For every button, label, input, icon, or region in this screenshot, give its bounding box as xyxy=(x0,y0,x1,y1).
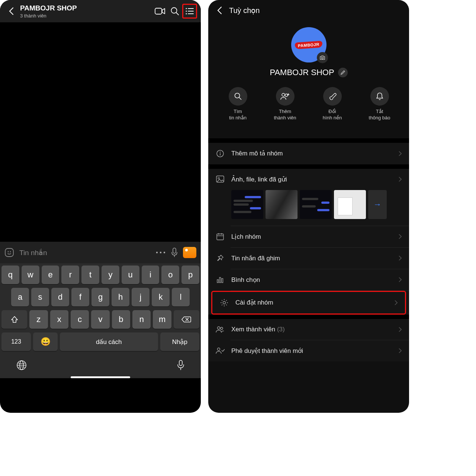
key-z[interactable]: z xyxy=(29,310,48,329)
media-thumb[interactable] xyxy=(300,190,332,219)
item-approve-members[interactable]: Phê duyệt thành viên mới xyxy=(208,340,409,361)
action-mute[interactable]: Tắtthông báo xyxy=(359,87,400,121)
dictation-button[interactable] xyxy=(177,360,184,370)
action-change-background[interactable]: Đổihình nền xyxy=(312,87,353,121)
key-k[interactable]: k xyxy=(152,288,170,306)
key-h[interactable]: h xyxy=(112,288,129,306)
chat-title-block[interactable]: PAMBOJR SHOP 3 thành viên xyxy=(19,4,152,19)
camera-icon xyxy=(319,55,325,60)
key-emoji[interactable]: 😀 xyxy=(33,332,58,351)
gallery-button[interactable] xyxy=(183,247,196,258)
chevron-right-icon xyxy=(399,234,402,239)
svg-rect-0 xyxy=(155,8,162,14)
svg-point-7 xyxy=(186,13,187,14)
item-view-members[interactable]: Xem thành viên (3) xyxy=(208,319,409,340)
item-add-description[interactable]: Thêm mô tả nhóm xyxy=(208,143,409,164)
pencil-icon xyxy=(340,70,345,75)
media-see-all-button[interactable]: → xyxy=(368,190,387,219)
group-avatar[interactable]: PAMBOJR xyxy=(291,27,327,62)
search-icon xyxy=(170,7,179,16)
key-f[interactable]: f xyxy=(71,288,89,306)
key-g[interactable]: g xyxy=(91,288,109,306)
svg-point-5 xyxy=(186,10,187,12)
key-c[interactable]: c xyxy=(71,310,89,329)
action-search-messages[interactable]: Tìmtin nhắn xyxy=(218,87,258,121)
chevron-right-icon xyxy=(399,348,402,353)
key-o[interactable]: o xyxy=(161,266,179,284)
options-title: Tuỳ chọn xyxy=(229,6,260,15)
svg-point-43 xyxy=(223,301,226,304)
edit-name-button[interactable] xyxy=(338,68,348,77)
key-shift[interactable] xyxy=(1,310,27,329)
back-button[interactable] xyxy=(4,4,19,19)
key-j[interactable]: j xyxy=(132,288,149,306)
key-y[interactable]: y xyxy=(102,266,119,284)
key-v[interactable]: v xyxy=(91,310,109,329)
key-backspace[interactable] xyxy=(174,310,199,329)
action-add-member[interactable]: Thêmthành viên xyxy=(265,87,306,121)
key-s[interactable]: s xyxy=(31,288,49,306)
chevron-left-icon xyxy=(9,7,14,15)
search-button[interactable] xyxy=(167,4,182,19)
gear-icon xyxy=(220,299,228,307)
svg-point-11 xyxy=(10,251,11,253)
svg-point-13 xyxy=(160,252,161,253)
svg-rect-41 xyxy=(219,277,221,283)
item-media[interactable]: Ảnh, file, link đã gửi xyxy=(208,169,409,190)
pin-icon xyxy=(216,254,224,262)
key-l[interactable]: l xyxy=(172,288,190,306)
video-call-button[interactable] xyxy=(152,4,167,19)
chat-screen: PAMBOJR SHOP 3 thành viên Tin nhắn xyxy=(0,0,201,413)
svg-rect-40 xyxy=(217,280,219,283)
svg-point-32 xyxy=(220,152,221,152)
key-b[interactable]: b xyxy=(112,310,130,329)
media-thumb[interactable] xyxy=(334,190,366,219)
key-w[interactable]: w xyxy=(22,266,39,284)
key-x[interactable]: x xyxy=(50,310,68,329)
change-avatar-button[interactable] xyxy=(317,52,328,63)
key-q[interactable]: q xyxy=(1,266,19,284)
svg-point-12 xyxy=(156,252,158,253)
svg-point-14 xyxy=(164,252,165,253)
sticker-icon xyxy=(4,248,14,257)
key-a[interactable]: a xyxy=(11,288,29,306)
key-space[interactable]: dấu cách xyxy=(60,332,158,351)
svg-rect-42 xyxy=(222,279,223,283)
globe-button[interactable] xyxy=(16,360,27,370)
svg-line-2 xyxy=(176,13,178,15)
item-label: Bình chọn xyxy=(231,276,392,284)
chevron-right-icon xyxy=(399,151,402,156)
message-input[interactable]: Tin nhắn xyxy=(19,248,150,257)
voice-button[interactable] xyxy=(171,248,178,257)
item-pinned[interactable]: Tin nhắn đã ghim xyxy=(208,248,409,269)
key-r[interactable]: r xyxy=(61,266,79,284)
item-label: Cài đặt nhóm xyxy=(235,299,388,306)
keyboard-row-2: a s d f g h j k l xyxy=(1,288,199,306)
key-e[interactable]: e xyxy=(42,266,60,284)
keyboard: q w e r t y u i o p a s d f g h j k l z xyxy=(0,263,201,378)
media-thumb[interactable] xyxy=(266,190,298,219)
svg-rect-15 xyxy=(173,248,176,253)
sticker-button[interactable] xyxy=(4,248,14,257)
key-u[interactable]: u xyxy=(122,266,139,284)
key-d[interactable]: d xyxy=(51,288,69,306)
item-group-settings[interactable]: Cài đặt nhóm xyxy=(211,291,406,315)
key-enter[interactable]: Nhập xyxy=(160,332,199,351)
more-options-button[interactable] xyxy=(155,251,166,254)
key-123[interactable]: 123 xyxy=(1,332,31,351)
options-menu-button[interactable] xyxy=(182,4,197,19)
back-button[interactable] xyxy=(212,3,227,18)
item-calendar[interactable]: Lịch nhóm xyxy=(208,226,409,247)
chat-subtitle: 3 thành viên xyxy=(20,13,152,19)
profile-block: PAMBOJR PAMBOJR SHOP Tìmtin nhắn Thêmthà… xyxy=(208,20,409,138)
key-i[interactable]: i xyxy=(142,266,160,284)
image-icon xyxy=(216,176,224,183)
key-n[interactable]: n xyxy=(132,310,151,329)
key-m[interactable]: m xyxy=(153,310,171,329)
media-thumbnails: → xyxy=(208,190,409,226)
key-t[interactable]: t xyxy=(81,266,99,284)
media-thumb[interactable] xyxy=(231,190,263,219)
key-p[interactable]: p xyxy=(181,266,199,284)
item-poll[interactable]: Bình chọn xyxy=(208,269,409,290)
svg-point-45 xyxy=(221,327,223,329)
